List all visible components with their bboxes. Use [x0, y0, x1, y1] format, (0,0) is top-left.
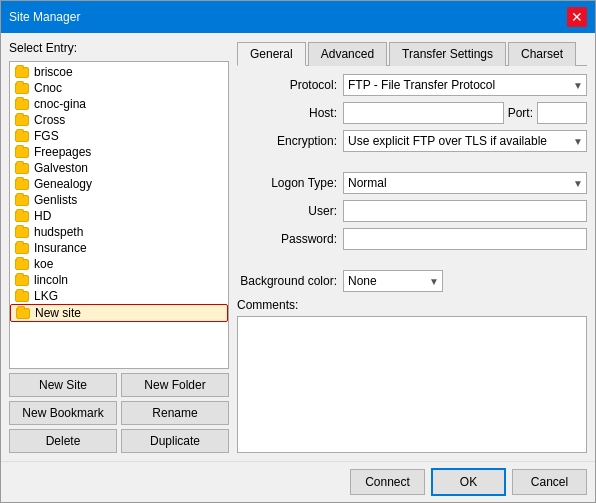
close-button[interactable]: ✕ [567, 7, 587, 27]
comments-textarea[interactable] [237, 316, 587, 453]
list-item[interactable]: hudspeth [10, 224, 228, 240]
list-item[interactable]: Freepages [10, 144, 228, 160]
folder-icon [14, 81, 30, 95]
background-color-select[interactable]: NoneRedGreenBlueYellow [343, 270, 443, 292]
dialog-footer: Connect OK Cancel [1, 461, 595, 502]
logon-type-select-wrapper: NormalAnonymousAsk for passwordInteracti… [343, 172, 587, 194]
tab-transfer-settings[interactable]: Transfer Settings [389, 42, 506, 66]
cancel-button[interactable]: Cancel [512, 469, 587, 495]
folder-icon [14, 129, 30, 143]
list-item[interactable]: Genealogy [10, 176, 228, 192]
host-port-area: Port: [343, 102, 587, 124]
protocol-select-wrapper: FTP - File Transfer ProtocolSFTP - SSH F… [343, 74, 587, 96]
background-color-row: Background color: NoneRedGreenBlueYellow… [237, 270, 587, 292]
password-label: Password: [237, 232, 337, 246]
port-input[interactable] [537, 102, 587, 124]
left-button-row: New Site New Folder New Bookmark Rename … [9, 373, 229, 453]
encryption-row: Encryption: Use explicit FTP over TLS if… [237, 130, 587, 152]
right-panel: General Advanced Transfer Settings Chars… [237, 41, 587, 453]
list-item[interactable]: FGS [10, 128, 228, 144]
folder-icon [14, 65, 30, 79]
port-label: Port: [508, 106, 533, 120]
list-item[interactable]: cnoc-gina [10, 96, 228, 112]
comments-area: Comments: [237, 298, 587, 453]
connect-button[interactable]: Connect [350, 469, 425, 495]
tabs-bar: General Advanced Transfer Settings Chars… [237, 41, 587, 66]
delete-button[interactable]: Delete [9, 429, 117, 453]
duplicate-button[interactable]: Duplicate [121, 429, 229, 453]
password-input[interactable] [343, 228, 587, 250]
list-item[interactable]: koe [10, 256, 228, 272]
tab-advanced[interactable]: Advanced [308, 42, 387, 66]
password-row: Password: [237, 228, 587, 250]
folder-icon [14, 241, 30, 255]
list-item[interactable]: Cnoc [10, 80, 228, 96]
form-area: Protocol: FTP - File Transfer ProtocolSF… [237, 74, 587, 453]
encryption-select[interactable]: Use explicit FTP over TLS if availableOn… [343, 130, 587, 152]
protocol-select[interactable]: FTP - File Transfer ProtocolSFTP - SSH F… [343, 74, 587, 96]
folder-icon [14, 257, 30, 271]
list-item[interactable]: Insurance [10, 240, 228, 256]
encryption-select-wrapper: Use explicit FTP over TLS if availableOn… [343, 130, 587, 152]
user-label: User: [237, 204, 337, 218]
folder-icon [14, 161, 30, 175]
logon-type-label: Logon Type: [237, 176, 337, 190]
folder-icon [14, 97, 30, 111]
new-bookmark-button[interactable]: New Bookmark [9, 401, 117, 425]
background-color-select-wrapper: NoneRedGreenBlueYellow ▼ [343, 270, 443, 292]
folder-icon [14, 193, 30, 207]
list-item[interactable]: lincoln [10, 272, 228, 288]
protocol-label: Protocol: [237, 78, 337, 92]
tab-general[interactable]: General [237, 42, 306, 66]
protocol-row: Protocol: FTP - File Transfer ProtocolSF… [237, 74, 587, 96]
background-color-label: Background color: [237, 274, 337, 288]
folder-icon [14, 145, 30, 159]
new-site-button[interactable]: New Site [9, 373, 117, 397]
folder-icon [14, 177, 30, 191]
list-item[interactable]: Galveston [10, 160, 228, 176]
logon-type-row: Logon Type: NormalAnonymousAsk for passw… [237, 172, 587, 194]
new-folder-button[interactable]: New Folder [121, 373, 229, 397]
list-item[interactable]: Cross [10, 112, 228, 128]
list-item[interactable]: Genlists [10, 192, 228, 208]
folder-icon [14, 273, 30, 287]
list-item[interactable]: briscoe [10, 64, 228, 80]
tab-charset[interactable]: Charset [508, 42, 576, 66]
site-manager-dialog: Site Manager ✕ Select Entry: briscoeCnoc… [0, 0, 596, 503]
dialog-body: Select Entry: briscoeCnoccnoc-ginaCrossF… [1, 33, 595, 461]
folder-icon [14, 225, 30, 239]
host-row: Host: Port: [237, 102, 587, 124]
encryption-label: Encryption: [237, 134, 337, 148]
ok-button[interactable]: OK [431, 468, 506, 496]
list-item[interactable]: LKG [10, 288, 228, 304]
left-panel: Select Entry: briscoeCnoccnoc-ginaCrossF… [9, 41, 229, 453]
folder-icon [15, 306, 31, 320]
folder-icon [14, 113, 30, 127]
user-row: User: [237, 200, 587, 222]
site-tree-list[interactable]: briscoeCnoccnoc-ginaCrossFGSFreepagesGal… [9, 61, 229, 369]
host-input[interactable] [343, 102, 504, 124]
host-label: Host: [237, 106, 337, 120]
logon-type-select[interactable]: NormalAnonymousAsk for passwordInteracti… [343, 172, 587, 194]
rename-button[interactable]: Rename [121, 401, 229, 425]
list-item[interactable]: New site [10, 304, 228, 322]
dialog-title: Site Manager [9, 10, 80, 24]
select-entry-label: Select Entry: [9, 41, 229, 55]
list-item[interactable]: HD [10, 208, 228, 224]
folder-icon [14, 209, 30, 223]
comments-label: Comments: [237, 298, 587, 312]
user-input[interactable] [343, 200, 587, 222]
title-bar: Site Manager ✕ [1, 1, 595, 33]
folder-icon [14, 289, 30, 303]
